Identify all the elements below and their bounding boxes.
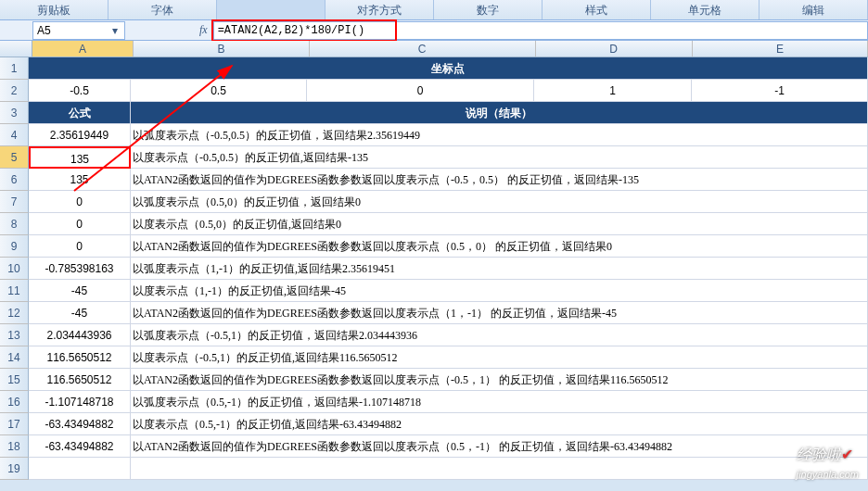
cell-19-A[interactable] [29, 458, 131, 480]
select-all-corner[interactable] [0, 41, 32, 57]
cell-7-B[interactable]: 以弧度表示点（0.5,0）的反正切值，返回结果0 [131, 191, 868, 213]
cell-8-B[interactable]: 以度表示点（0.5,0）的反正切值,返回结果0 [131, 213, 868, 235]
row-header-6[interactable]: 6 [0, 169, 29, 191]
cells: 坐标点-0.50.501-1公式说明（结果）2.35619449以弧度表示点（-… [29, 57, 868, 480]
cell-18-B[interactable]: 以ATAN2函数返回的值作为DEGREES函数参数返回以度表示点（0.5，-1）… [131, 435, 868, 458]
cell-11-A[interactable]: -45 [29, 280, 131, 302]
cell-10-B[interactable]: 以弧度表示点（1,-1）的反正切值,返回结果2.35619451 [131, 258, 868, 280]
cell-12-A[interactable]: -45 [29, 302, 131, 324]
row-header-12[interactable]: 12 [0, 302, 29, 324]
cell-5-A[interactable]: 135 [29, 146, 131, 169]
cell-6-B[interactable]: 以ATAN2函数返回的值作为DEGREES函数参数返回以度表示点（-0.5，0.… [131, 169, 868, 191]
cell-17-B[interactable]: 以度表示点（0.5,-1）的反正切值,返回结果-63.43494882 [131, 413, 868, 435]
ribbon-tabs: 剪贴板 字体 对齐方式 数字 样式 单元格 编辑 [0, 0, 868, 20]
cell-5-B[interactable]: 以度表示点（-0.5,0.5）的反正切值,返回结果-135 [131, 146, 868, 169]
cell-16-B[interactable]: 以弧度表示点（0.5,-1）的反正切值，返回结果-1.107148718 [131, 391, 868, 413]
row-header-19[interactable]: 19 [0, 458, 29, 480]
name-box[interactable]: A5 ▾ [32, 21, 125, 40]
cell-13-B[interactable]: 以弧度表示点（-0.5,1）的反正切值，返回结果2.034443936 [131, 324, 868, 346]
ribbon-tab-empty[interactable] [217, 0, 326, 19]
row-header-15[interactable]: 15 [0, 369, 29, 391]
cell-7-A[interactable]: 0 [29, 191, 131, 213]
row-header-8[interactable]: 8 [0, 213, 29, 235]
header-coord[interactable]: 坐标点 [29, 57, 868, 80]
cell-4-B[interactable]: 以弧度表示点（-0.5,0.5）的反正切值，返回结果2.35619449 [131, 124, 868, 146]
cell-2-C[interactable]: 0 [307, 80, 534, 102]
row-header-13[interactable]: 13 [0, 324, 29, 346]
col-header-c[interactable]: C [310, 41, 536, 57]
cell-12-B[interactable]: 以ATAN2函数返回的值作为DEGREES函数参数返回以度表示点（1，-1） 的… [131, 302, 868, 324]
name-box-dropdown-icon[interactable]: ▾ [109, 24, 121, 37]
name-box-value: A5 [37, 24, 109, 37]
cell-14-A[interactable]: 116.5650512 [29, 346, 131, 369]
row-header-17[interactable]: 17 [0, 413, 29, 435]
cell-2-E[interactable]: -1 [692, 80, 868, 102]
col-header-b[interactable]: B [134, 41, 309, 57]
ribbon-tab-editing[interactable]: 编辑 [760, 0, 868, 19]
formula-bar[interactable]: =ATAN2(A2,B2)*180/PI() [213, 21, 868, 40]
cell-9-B[interactable]: 以ATAN2函数返回的值作为DEGREES函数参数返回以度表示点（0.5，0） … [131, 235, 868, 258]
grid: 12345678910111213141516171819 坐标点-0.50.5… [0, 57, 868, 480]
formula-area: fx =ATAN2(A2,B2)*180/PI() [134, 21, 868, 40]
row-header-1[interactable]: 1 [0, 57, 29, 80]
cell-19-B[interactable] [131, 458, 868, 480]
cell-15-A[interactable]: 116.5650512 [29, 369, 131, 391]
cell-9-A[interactable]: 0 [29, 235, 131, 258]
column-headers: A B C D E [0, 41, 868, 57]
cell-17-A[interactable]: -63.43494882 [29, 413, 131, 435]
ribbon-tab-alignment[interactable]: 对齐方式 [326, 0, 434, 19]
row-header-7[interactable]: 7 [0, 191, 29, 213]
cell-4-A[interactable]: 2.35619449 [29, 124, 131, 146]
formula-text: =ATAN2(A2,B2)*180/PI() [218, 24, 364, 37]
header-formula[interactable]: 公式 [29, 102, 131, 124]
cell-11-B[interactable]: 以度表示点（1,-1）的反正切值,返回结果-45 [131, 280, 868, 302]
row-header-3[interactable]: 3 [0, 102, 29, 124]
cell-10-A[interactable]: -0.785398163 [29, 258, 131, 280]
cell-15-B[interactable]: 以ATAN2函数返回的值作为DEGREES函数参数返回以度表示点（-0.5，1）… [131, 369, 868, 391]
row-headers: 12345678910111213141516171819 [0, 57, 29, 480]
row-header-10[interactable]: 10 [0, 258, 29, 280]
cell-6-A[interactable]: 135 [29, 169, 131, 191]
row-header-16[interactable]: 16 [0, 391, 29, 413]
cell-18-A[interactable]: -63.43494882 [29, 435, 131, 458]
row-header-11[interactable]: 11 [0, 280, 29, 302]
row-header-4[interactable]: 4 [0, 124, 29, 146]
cell-8-A[interactable]: 0 [29, 213, 131, 235]
row-header-2[interactable]: 2 [0, 80, 29, 102]
formula-row: A5 ▾ fx =ATAN2(A2,B2)*180/PI() [0, 20, 868, 41]
row-header-9[interactable]: 9 [0, 235, 29, 258]
cell-16-A[interactable]: -1.107148718 [29, 391, 131, 413]
row-header-5[interactable]: 5 [0, 146, 29, 169]
cell-13-A[interactable]: 2.034443936 [29, 324, 131, 346]
col-header-d[interactable]: D [536, 41, 693, 57]
col-header-e[interactable]: E [693, 41, 868, 57]
spreadsheet: A B C D E 12345678910111213141516171819 … [0, 41, 868, 480]
fx-icon[interactable]: fx [199, 23, 208, 37]
ribbon-tab-clipboard[interactable]: 剪贴板 [0, 0, 108, 19]
ribbon-tab-font[interactable]: 字体 [108, 0, 217, 19]
ribbon-tab-styles[interactable]: 样式 [542, 0, 651, 19]
cell-2-B[interactable]: 0.5 [131, 80, 307, 102]
row-header-14[interactable]: 14 [0, 346, 29, 369]
cell-14-B[interactable]: 以度表示点（-0.5,1）的反正切值,返回结果116.5650512 [131, 346, 868, 369]
col-header-a[interactable]: A [32, 41, 134, 57]
cell-2-D[interactable]: 1 [534, 80, 692, 102]
header-desc[interactable]: 说明（结果） [131, 102, 868, 124]
cell-2-A[interactable]: -0.5 [29, 80, 131, 102]
ribbon-tab-number[interactable]: 数字 [434, 0, 542, 19]
row-header-18[interactable]: 18 [0, 435, 29, 458]
ribbon-tab-cells[interactable]: 单元格 [651, 0, 760, 19]
